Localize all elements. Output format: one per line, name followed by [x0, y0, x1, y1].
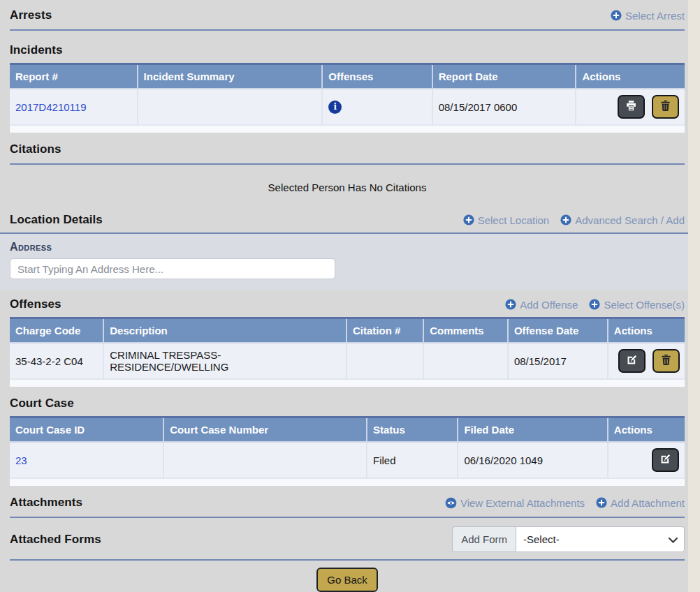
select-arrest-link[interactable]: Select Arrest [611, 10, 685, 22]
offenses-col-actions: Actions [608, 318, 685, 343]
add-attachment-label: Add Attachment [611, 497, 685, 509]
record-detail-page: Arrests Select Arrest Incidents Report #… [0, 0, 688, 592]
attachments-title: Attachments [10, 496, 82, 510]
offense-actions-cell [608, 343, 685, 379]
plus-circle-icon [611, 10, 622, 21]
edit-pencil-icon [626, 354, 638, 368]
offense-comments-cell [423, 343, 508, 379]
citations-section-header: Citations [10, 142, 685, 165]
incidents-title: Incidents [10, 43, 685, 57]
citations-title: Citations [10, 142, 61, 156]
address-input[interactable] [10, 258, 335, 279]
eye-circle-icon [445, 497, 457, 509]
select-arrest-label: Select Arrest [625, 10, 685, 22]
court-case-title: Court Case [10, 397, 685, 410]
form-select-wrap: -Select- [516, 526, 685, 552]
court-case-table: Court Case ID Court Case Number Status F… [10, 416, 685, 486]
select-offenses-label: Select Offense(s) [604, 299, 685, 311]
select-location-link[interactable]: Select Location [463, 214, 550, 226]
court-col-filed-date: Filed Date [458, 417, 607, 443]
arrests-title: Arrests [10, 8, 52, 22]
offense-table-row: 35-43-2-2 C04 CRIMINAL TRESPASS- RESIDEN… [10, 343, 685, 379]
address-label: Address [10, 241, 678, 253]
incident-report-link[interactable]: 2017D4210119 [15, 101, 86, 113]
offenses-col-comments: Comments [423, 318, 508, 343]
printer-icon [625, 100, 637, 114]
offenses-col-offense-date: Offense Date [508, 318, 608, 343]
incident-report-date-cell: 08/15/2017 0600 [432, 89, 576, 125]
add-form-group: Add Form -Select- [452, 526, 685, 552]
court-case-empty-stripe [10, 478, 685, 486]
incidents-empty-stripe [10, 125, 685, 133]
add-form-label: Add Form [452, 526, 516, 552]
offenses-empty-stripe [10, 379, 685, 387]
court-case-id-cell: 23 [10, 442, 163, 478]
incidents-col-offenses: Offenses [322, 64, 432, 89]
delete-offense-button[interactable] [652, 349, 680, 373]
court-case-actions-cell [608, 442, 685, 478]
offenses-links: Add Offense Select Offense(s) [494, 299, 685, 311]
print-incident-button[interactable] [618, 95, 645, 119]
offense-description-cell: CRIMINAL TRESPASS- RESIDENCE/DWELLING [103, 343, 347, 379]
incidents-col-incident-summary: Incident Summary [138, 64, 323, 89]
arrests-links: Select Arrest [599, 10, 685, 22]
location-links: Select Location Advanced Search / Add [452, 214, 685, 226]
plus-circle-icon [596, 497, 607, 508]
add-offense-label: Add Offense [520, 299, 578, 311]
offenses-col-charge-code: Charge Code [10, 318, 103, 343]
add-attachment-link[interactable]: Add Attachment [596, 497, 685, 509]
court-case-table-row: 23 Filed 06/16/2020 1049 [10, 442, 685, 478]
court-col-id: Court Case ID [10, 417, 163, 443]
select-offenses-link[interactable]: Select Offense(s) [589, 299, 685, 311]
info-icon[interactable]: i [328, 101, 342, 114]
court-col-status: Status [367, 417, 458, 443]
footer-bar: Go Back [10, 568, 685, 592]
incident-summary-cell [138, 89, 323, 125]
incident-offenses-cell: i [322, 89, 432, 125]
offense-citation-number-cell [347, 343, 423, 379]
citations-empty-message: Selected Person Has No Citations [10, 182, 685, 193]
offense-date-cell: 08/15/2017 [508, 343, 608, 379]
court-case-filed-date-cell: 06/16/2020 1049 [458, 442, 607, 478]
trash-icon [660, 354, 672, 368]
incidents-col-actions: Actions [576, 64, 685, 89]
advanced-search-add-label: Advanced Search / Add [575, 214, 685, 226]
incidents-col-report-date: Report Date [432, 64, 576, 89]
address-panel: Address [0, 232, 688, 290]
edit-offense-button[interactable] [618, 349, 646, 373]
offenses-header-row: Charge Code Description Citation # Comme… [10, 318, 685, 343]
advanced-search-add-link[interactable]: Advanced Search / Add [560, 214, 685, 226]
attachments-section-header: Attachments View External Attachments Ad… [10, 496, 685, 518]
add-offense-link[interactable]: Add Offense [505, 299, 578, 311]
form-select[interactable]: -Select- [516, 526, 685, 552]
court-case-number-cell [163, 442, 367, 478]
location-details-title: Location Details [10, 213, 103, 227]
court-case-header-row: Court Case ID Court Case Number Status F… [10, 417, 685, 443]
court-case-id-link[interactable]: 23 [15, 454, 27, 466]
incident-report-number-cell: 2017D4210119 [10, 89, 138, 125]
incident-actions-cell [576, 89, 685, 125]
court-col-actions: Actions [608, 417, 685, 443]
offenses-section-header: Offenses Add Offense Select Offense(s) [10, 297, 685, 311]
plus-circle-icon [463, 214, 474, 225]
court-col-number: Court Case Number [163, 417, 367, 443]
delete-incident-button[interactable] [652, 95, 679, 119]
attachments-links: View External Attachments Add Attachment [434, 497, 685, 509]
view-external-attachments-label: View External Attachments [460, 497, 585, 509]
offenses-col-description: Description [103, 318, 347, 343]
offense-charge-code-cell: 35-43-2-2 C04 [10, 343, 103, 379]
edit-pencil-icon [659, 453, 671, 467]
edit-court-case-button[interactable] [652, 448, 679, 472]
offenses-title: Offenses [10, 297, 61, 311]
incidents-col-report-number: Report # [10, 64, 138, 89]
offenses-col-citation-number: Citation # [347, 318, 423, 343]
court-case-status-cell: Filed [367, 442, 458, 478]
location-section-header: Location Details Select Location Advance… [10, 213, 685, 227]
go-back-button[interactable]: Go Back [316, 568, 378, 592]
arrests-section-header: Arrests Select Arrest [10, 4, 685, 31]
plus-circle-icon [589, 299, 600, 310]
plus-circle-icon [505, 299, 516, 310]
incidents-header-row: Report # Incident Summary Offenses Repor… [10, 64, 685, 89]
plus-circle-icon [560, 214, 571, 225]
view-external-attachments-link[interactable]: View External Attachments [445, 497, 585, 509]
